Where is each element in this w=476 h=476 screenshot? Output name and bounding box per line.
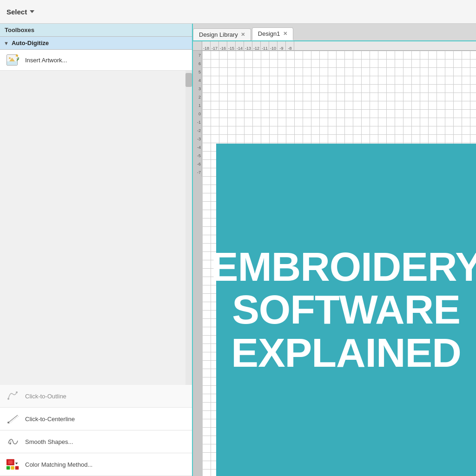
ruler-tick-top: -15 — [227, 41, 236, 51]
svg-rect-4 — [7, 61, 17, 65]
ruler-tick-left: -3 — [193, 134, 202, 143]
svg-rect-16 — [15, 466, 19, 470]
tab-design-library-close[interactable]: ✕ — [241, 32, 245, 38]
ruler-tick-top: -9 — [278, 41, 286, 51]
svg-line-8 — [8, 415, 18, 423]
click-outline-label: Click-to-Outline — [25, 393, 66, 400]
svg-rect-15 — [11, 466, 14, 470]
ruler-tick-left: -4 — [193, 142, 202, 152]
main-layout: Toolboxes ▼ Auto-Digitize — [0, 24, 476, 476]
color-matching-item[interactable]: Color Matching Method... — [0, 453, 192, 476]
ruler-tick-top: -10 — [269, 41, 278, 51]
overlay-card: EMBROIDERY SOFTWARE EXPLAINED — [216, 144, 476, 476]
ruler-tick-left: 3 — [193, 84, 202, 93]
ruler-tick-left: -5 — [193, 151, 202, 160]
ruler-tick-top: -11 — [261, 41, 269, 51]
click-centerline-label: Click-to-Centerline — [25, 416, 75, 423]
canvas-area: -18-17-16-15-14-13-12-11-10-9-8 76543210… — [193, 41, 476, 476]
right-panel: Design Library ✕ Design1 ✕ -18-17-16-15-… — [193, 24, 476, 476]
select-button[interactable]: Select — [4, 6, 37, 18]
svg-point-7 — [16, 391, 18, 393]
color-matching-label: Color Matching Method... — [25, 461, 93, 468]
insert-artwork-item[interactable]: Insert Artwork... — [0, 50, 192, 71]
left-panel: Toolboxes ▼ Auto-Digitize — [0, 24, 193, 476]
ruler-tick-top: -14 — [236, 41, 244, 51]
ruler-tick-top: -17 — [211, 41, 219, 51]
svg-rect-13 — [8, 461, 13, 464]
tab-design-library[interactable]: Design Library ✕ — [193, 28, 251, 40]
auto-digitize-header[interactable]: ▼ Auto-Digitize — [0, 37, 192, 50]
auto-digitize-section: ▼ Auto-Digitize — [0, 37, 192, 71]
svg-point-3 — [9, 57, 11, 59]
toolboxes-label: Toolboxes — [5, 26, 34, 33]
svg-point-6 — [7, 398, 9, 400]
ruler-tick-left: 2 — [193, 92, 202, 101]
tab-design-library-label: Design Library — [199, 31, 238, 38]
ruler-tick-left: -6 — [193, 159, 202, 168]
ruler-tick-left: -7 — [193, 167, 202, 177]
ruler-tick-top: -8 — [286, 41, 294, 51]
svg-rect-14 — [7, 466, 10, 470]
overlay-title: EMBROIDERY SOFTWARE EXPLAINED — [197, 236, 476, 383]
smooth-shapes-item[interactable]: Smooth Shapes... — [0, 430, 192, 453]
tab-design1-close[interactable]: ✕ — [283, 31, 287, 37]
toolboxes-header: Toolboxes — [0, 24, 192, 37]
ruler-tick-left: 0 — [193, 109, 202, 118]
click-centerline-item[interactable]: Click-to-Centerline — [0, 408, 192, 430]
tab-design1[interactable]: Design1 ✕ — [252, 27, 293, 40]
smooth-shapes-label: Smooth Shapes... — [25, 438, 73, 445]
click-outline-item[interactable]: Click-to-Outline — [0, 385, 192, 408]
ruler-tick-left: -2 — [193, 126, 202, 135]
ruler-tick-left: -1 — [193, 117, 202, 126]
ruler-tick-left: 5 — [193, 67, 202, 76]
ruler-tick-left: 6 — [193, 59, 202, 68]
ruler-tick-top: -13 — [244, 41, 252, 51]
collapse-arrow-icon: ▼ — [4, 40, 9, 46]
click-centerline-icon — [6, 411, 20, 426]
ruler-tick-top: -12 — [252, 41, 261, 51]
smooth-shapes-icon — [6, 434, 20, 449]
insert-artwork-icon — [6, 53, 20, 67]
click-outline-icon — [6, 389, 20, 403]
tabs-bar: Design Library ✕ Design1 ✕ — [193, 24, 476, 41]
ruler-top: -18-17-16-15-14-13-12-11-10-9-8 — [202, 41, 476, 51]
ruler-corner — [193, 41, 202, 51]
ruler-tick-left: 4 — [193, 75, 202, 85]
svg-line-9 — [9, 416, 19, 423]
auto-digitize-label: Auto-Digitize — [12, 40, 49, 46]
dropdown-arrow-icon — [30, 10, 34, 13]
top-toolbar: Select — [0, 0, 476, 24]
insert-artwork-label: Insert Artwork... — [25, 57, 67, 64]
tab-design1-label: Design1 — [258, 30, 280, 37]
select-label: Select — [7, 8, 27, 16]
svg-point-10 — [7, 422, 9, 423]
ruler-tick-top: -16 — [219, 41, 227, 51]
color-matching-icon — [6, 457, 20, 472]
ruler-tick-left: 1 — [193, 100, 202, 110]
ruler-tick-top: -18 — [202, 41, 211, 51]
